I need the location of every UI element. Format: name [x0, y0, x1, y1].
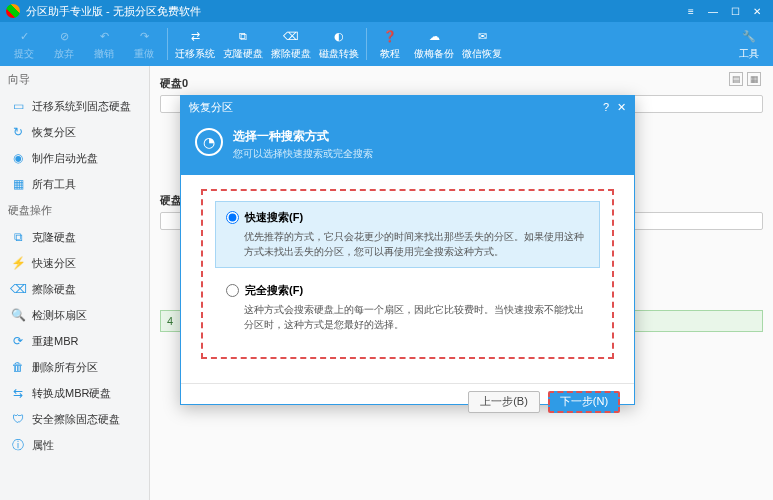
quick-search-radio[interactable]: [226, 211, 239, 224]
scan-icon: 🔍: [10, 307, 26, 323]
sidebar: 向导 ▭迁移系统到固态硬盘 ↻恢复分区 ◉制作启动光盘 ▦所有工具 硬盘操作 ⧉…: [0, 66, 150, 500]
eraser-icon: ⌫: [10, 281, 26, 297]
redo-button[interactable]: ↷重做: [124, 24, 164, 64]
backup-button[interactable]: ☁傲梅备份: [410, 24, 458, 64]
next-button[interactable]: 下一步(N): [548, 391, 620, 413]
shield-icon: 🛡: [10, 411, 26, 427]
view-list-icon[interactable]: ▤: [729, 72, 743, 86]
dialog-subheading: 您可以选择快速搜索或完全搜索: [233, 147, 373, 161]
sidebar-item-props[interactable]: ⓘ属性: [0, 432, 149, 458]
swap-icon: ⇆: [10, 385, 26, 401]
sidebar-item-migrate[interactable]: ▭迁移系统到固态硬盘: [0, 93, 149, 119]
dialog-heading: 选择一种搜索方式: [233, 128, 373, 145]
wipe-icon: ⌫: [282, 27, 300, 45]
minimize-icon[interactable]: —: [703, 3, 723, 19]
convert-icon: ◐: [330, 27, 348, 45]
titlebar: 分区助手专业版 - 无损分区免费软件 ≡ — ☐ ✕: [0, 0, 773, 22]
wechat-recover-button[interactable]: ✉微信恢复: [458, 24, 506, 64]
book-icon: ❓: [381, 27, 399, 45]
sidebar-item-alltools[interactable]: ▦所有工具: [0, 171, 149, 197]
search-mode-icon: ◔: [195, 128, 223, 156]
sidebar-item-recover[interactable]: ↻恢复分区: [0, 119, 149, 145]
undo-icon: ↶: [95, 27, 113, 45]
sidebar-item-wipe[interactable]: ⌫擦除硬盘: [0, 276, 149, 302]
grid-icon: ▦: [10, 176, 26, 192]
view-grid-icon[interactable]: ▦: [747, 72, 761, 86]
quick-search-desc: 优先推荐的方式，它只会花更少的时间来找出那些丢失的分区。如果使用这种方式未找出丢…: [244, 229, 589, 259]
maximize-icon[interactable]: ☐: [725, 3, 745, 19]
sidebar-item-rebuildmbr[interactable]: ⟳重建MBR: [0, 328, 149, 354]
app-logo-icon: [6, 4, 20, 18]
disc-icon: ◉: [10, 150, 26, 166]
trash-icon: 🗑: [10, 359, 26, 375]
clone-disk-button[interactable]: ⧉克隆硬盘: [219, 24, 267, 64]
disk-convert-button[interactable]: ◐磁盘转换: [315, 24, 363, 64]
check-circle-icon: ✓: [15, 27, 33, 45]
ssd-icon: ▭: [10, 98, 26, 114]
disk0-label: 硬盘0: [160, 76, 763, 91]
tutorial-button[interactable]: ❓教程: [370, 24, 410, 64]
full-search-desc: 这种方式会搜索硬盘上的每一个扇区，因此它比较费时。当快速搜索不能找出分区时，这种…: [244, 302, 589, 332]
option-quick-search[interactable]: 快速搜索(F) 优先推荐的方式，它只会花更少的时间来找出那些丢失的分区。如果使用…: [215, 201, 600, 268]
migrate-icon: ⇄: [186, 27, 204, 45]
sidebar-item-quickpart[interactable]: ⚡快速分区: [0, 250, 149, 276]
recover-partition-dialog: 恢复分区 ?✕ ◔ 选择一种搜索方式 您可以选择快速搜索或完全搜索 快速搜索(F…: [180, 95, 635, 405]
settings-icon[interactable]: ≡: [681, 3, 701, 19]
sidebar-item-convertmbr[interactable]: ⇆转换成MBR硬盘: [0, 380, 149, 406]
back-button[interactable]: 上一步(B): [468, 391, 540, 413]
cloud-down-icon: ☁: [425, 27, 443, 45]
sidebar-item-badsector[interactable]: 🔍检测坏扇区: [0, 302, 149, 328]
app-title: 分区助手专业版 - 无损分区免费软件: [26, 4, 201, 19]
options-highlight-box: 快速搜索(F) 优先推荐的方式，它只会花更少的时间来找出那些丢失的分区。如果使用…: [201, 189, 614, 359]
copy-icon: ⧉: [10, 229, 26, 245]
sidebar-category-disk: 硬盘操作: [0, 197, 149, 224]
refresh-icon: ⟳: [10, 333, 26, 349]
dialog-title: 恢复分区: [189, 100, 233, 115]
sidebar-item-secureerase[interactable]: 🛡安全擦除固态硬盘: [0, 406, 149, 432]
redo-icon: ↷: [135, 27, 153, 45]
wipe-disk-button[interactable]: ⌫擦除硬盘: [267, 24, 315, 64]
clone-icon: ⧉: [234, 27, 252, 45]
discard-button[interactable]: ⊘放弃: [44, 24, 84, 64]
full-search-radio[interactable]: [226, 284, 239, 297]
migrate-os-button[interactable]: ⇄迁移系统: [171, 24, 219, 64]
commit-button[interactable]: ✓提交: [4, 24, 44, 64]
bolt-icon: ⚡: [10, 255, 26, 271]
cancel-circle-icon: ⊘: [55, 27, 73, 45]
toolbar: ✓提交 ⊘放弃 ↶撤销 ↷重做 ⇄迁移系统 ⧉克隆硬盘 ⌫擦除硬盘 ◐磁盘转换 …: [0, 22, 773, 66]
sidebar-item-bootcd[interactable]: ◉制作启动光盘: [0, 145, 149, 171]
dialog-help-icon[interactable]: ?: [603, 101, 609, 114]
wechat-icon: ✉: [473, 27, 491, 45]
dialog-close-icon[interactable]: ✕: [617, 101, 626, 114]
close-icon[interactable]: ✕: [747, 3, 767, 19]
info-icon: ⓘ: [10, 437, 26, 453]
sidebar-category-wizard: 向导: [0, 66, 149, 93]
undo-button[interactable]: ↶撤销: [84, 24, 124, 64]
option-full-search[interactable]: 完全搜索(F) 这种方式会搜索硬盘上的每一个扇区，因此它比较费时。当快速搜索不能…: [215, 274, 600, 341]
tools-button[interactable]: 🔧工具: [729, 24, 769, 64]
dialog-titlebar: 恢复分区 ?✕: [181, 96, 634, 118]
recover-icon: ↻: [10, 124, 26, 140]
sidebar-item-clone[interactable]: ⧉克隆硬盘: [0, 224, 149, 250]
dialog-header: ◔ 选择一种搜索方式 您可以选择快速搜索或完全搜索: [181, 118, 634, 175]
sidebar-item-deleteall[interactable]: 🗑删除所有分区: [0, 354, 149, 380]
wrench-icon: 🔧: [740, 27, 758, 45]
